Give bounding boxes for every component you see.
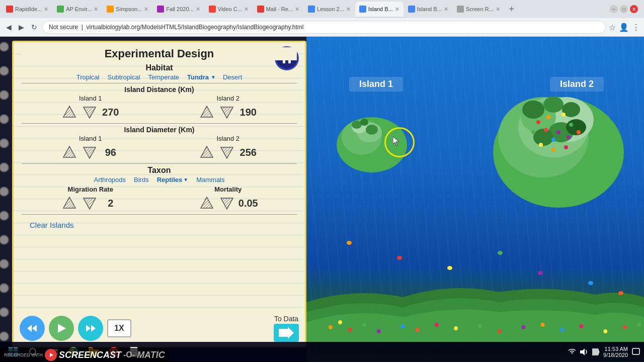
island2-distance-up-button[interactable] (198, 103, 216, 121)
svg-point-34 (543, 97, 564, 113)
island1-distance-up-button[interactable] (60, 103, 78, 121)
island1-diameter-up-button[interactable] (60, 143, 78, 161)
menu-button[interactable]: ⋮ (632, 23, 640, 32)
ocean-scene: Island 1 Island 2 (306, 37, 644, 362)
tab-icon-island-b2 (408, 6, 415, 13)
system-tray: 11:53 AM 9/18/2020 (568, 346, 640, 358)
taxon-tab-reptiles[interactable]: Reptiles (157, 176, 183, 184)
notification-icon (632, 348, 640, 356)
habitat-tab-tropical[interactable]: Tropical (75, 73, 101, 81)
tab-simpson[interactable]: Simpson... ✕ (103, 2, 152, 17)
main-content: Experimental Design Habitat Tropical Sub… (0, 37, 644, 362)
spiral-ring (0, 90, 9, 100)
tab-close-video-cc[interactable]: ✕ (244, 6, 249, 13)
mortality-up-button[interactable] (198, 194, 216, 212)
tab-ap-env[interactable]: AP Envir... ✕ (53, 2, 102, 17)
island-distance-label: Island Distance (Km) (22, 85, 297, 94)
habitat-tab-subtropical[interactable]: Subtropical (107, 73, 141, 81)
back-button[interactable]: ◀ (4, 21, 14, 33)
spiral-ring (0, 138, 9, 148)
tab-close-ap-env[interactable]: ✕ (94, 6, 98, 13)
maximize-button[interactable]: □ (620, 5, 628, 13)
tab-label-video-cc: Video C... (218, 6, 242, 12)
reptiles-selected-indicator: ▼ (183, 177, 188, 183)
mortality-down-button[interactable] (218, 194, 236, 212)
habitat-tab-tundra[interactable]: Tundra (186, 73, 210, 81)
tab-close-rapidide[interactable]: ✕ (44, 6, 48, 13)
mortality-col: Mortality (159, 186, 297, 212)
island1-diameter-stepper: 96 (60, 143, 121, 161)
island2-diameter-value: 256 (238, 147, 258, 158)
migration-rate-value: 2 (101, 198, 121, 209)
tab-close-simpson[interactable]: ✕ (144, 6, 148, 13)
new-tab-button[interactable]: + (505, 2, 519, 16)
island2-diameter-down-button[interactable] (218, 143, 236, 161)
habitat-tab-temperate[interactable]: Temperate (147, 73, 180, 81)
migration-rate-down-button[interactable] (80, 194, 99, 212)
svg-point-52 (329, 325, 333, 329)
spiral-ring (0, 211, 9, 221)
svg-marker-13 (201, 197, 213, 208)
close-button[interactable]: ✕ (630, 5, 638, 13)
island2-distance-down-button[interactable] (218, 103, 236, 121)
tab-close-island-b2[interactable]: ✕ (444, 6, 448, 13)
island1-diameter-down-button[interactable] (80, 143, 99, 161)
bookmark-button[interactable]: ☆ (609, 23, 616, 32)
tab-label-simpson: Simpson... (116, 6, 142, 12)
tab-island-b1[interactable]: Island B... ✕ (355, 2, 404, 17)
migration-rate-up-button[interactable] (60, 194, 78, 212)
tab-island-b2[interactable]: Island B... ✕ (404, 2, 452, 17)
tab-close-lesson2[interactable]: ✕ (346, 6, 351, 13)
divider-habitat (22, 83, 297, 83)
svg-marker-9 (201, 146, 213, 157)
down-arrow-icon (219, 104, 235, 120)
up-arrow-icon (61, 144, 77, 160)
tab-lesson2[interactable]: Lesson 2... ✕ (304, 2, 355, 17)
island1-distance-col: Island 1 (22, 95, 159, 121)
svg-point-65 (560, 328, 564, 332)
svg-point-53 (338, 320, 342, 324)
svg-point-63 (522, 325, 526, 329)
tab-close-island-b1[interactable]: ✕ (395, 6, 399, 13)
tab-close-mail-re[interactable]: ✕ (295, 6, 299, 13)
tab-close-fall2020[interactable]: ✕ (196, 6, 200, 13)
habitat-tab-desert[interactable]: Desert (222, 73, 243, 81)
address-input[interactable] (42, 21, 606, 34)
tab-close-screen-r[interactable]: ✕ (496, 6, 500, 13)
island1-distance-down-button[interactable] (80, 103, 99, 121)
clock-date: 9/18/2020 (603, 352, 628, 358)
to-data-button[interactable] (274, 324, 299, 342)
tab-fall2020[interactable]: Fall 2020... ✕ (153, 2, 204, 17)
taxon-tab-arthropods[interactable]: Arthropods (94, 176, 126, 184)
tab-label-island-b1: Island B... (368, 6, 393, 12)
fast-forward-button[interactable] (78, 316, 103, 341)
taskbar-time: 11:53 AM 9/18/2020 (603, 346, 628, 358)
tab-screen-r[interactable]: Screen R... ✕ (453, 2, 504, 17)
svg-point-43 (556, 130, 560, 134)
mortality-stepper: 0.05 (198, 194, 258, 212)
svg-point-64 (541, 323, 545, 327)
window-controls: − □ ✕ (610, 5, 642, 13)
tab-mail-re[interactable]: Mail - Re... ✕ (253, 2, 303, 17)
profile-button[interactable]: 👤 (619, 23, 629, 32)
minimize-button[interactable]: − (610, 5, 618, 13)
island2-distance-stepper: 190 (198, 103, 258, 121)
taxon-tab-birds[interactable]: Birds (134, 176, 149, 184)
taxon-label: Taxon (22, 166, 297, 175)
svg-marker-18 (86, 325, 91, 332)
taxon-tab-mammals[interactable]: Mammals (196, 176, 224, 184)
island1-distance-value: 270 (101, 107, 121, 118)
svg-point-50 (551, 148, 555, 152)
tab-label-ap-env: AP Envir... (66, 6, 92, 12)
tab-video-cc[interactable]: Video C... ✕ (205, 2, 253, 17)
refresh-button[interactable]: ↻ (29, 21, 39, 33)
spiral-ring (0, 283, 9, 293)
forward-button[interactable]: ▶ (17, 21, 26, 33)
play-button[interactable] (49, 316, 74, 341)
rewind-button[interactable] (20, 316, 45, 341)
svg-point-27 (366, 125, 378, 135)
clear-islands-button[interactable]: Clear Islands (30, 221, 74, 229)
spiral-ring (0, 259, 9, 269)
tab-rapidide[interactable]: RapidIde... ✕ (2, 2, 52, 17)
island2-diameter-up-button[interactable] (198, 143, 216, 161)
